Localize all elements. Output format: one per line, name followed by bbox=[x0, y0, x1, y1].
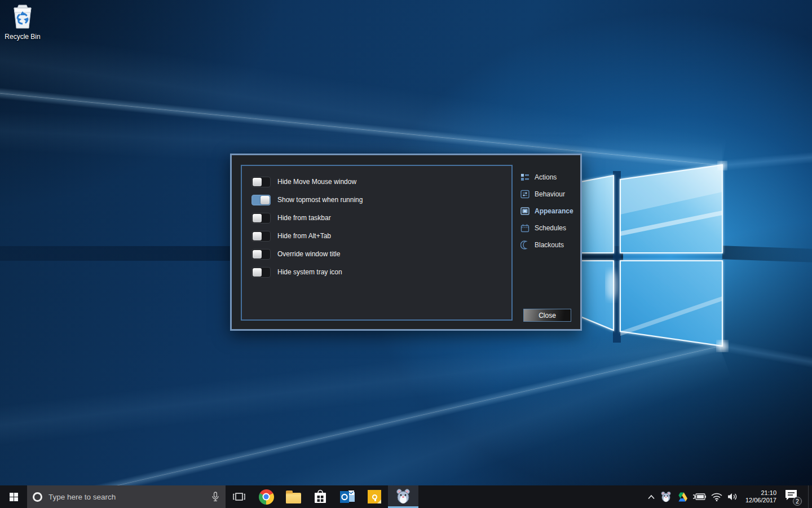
hide-taskbar-toggle[interactable] bbox=[251, 213, 271, 224]
close-button[interactable]: Close bbox=[523, 309, 571, 322]
recycle-bin-icon bbox=[11, 3, 34, 29]
move-mouse-settings-window: Hide Move Mouse window Show topmost when… bbox=[230, 154, 582, 331]
nav-item-schedules[interactable]: Schedules bbox=[520, 220, 579, 237]
move-mouse-icon bbox=[395, 488, 411, 504]
wifi-icon[interactable] bbox=[711, 493, 722, 501]
nav-item-appearance[interactable]: Appearance bbox=[520, 203, 579, 220]
nav-label: Appearance bbox=[535, 207, 573, 215]
show-desktop-button[interactable] bbox=[808, 485, 809, 508]
task-view-icon bbox=[233, 492, 245, 502]
lightbulb-glyph bbox=[372, 494, 377, 500]
show-topmost-toggle[interactable] bbox=[251, 195, 271, 205]
recycle-bin-shortcut[interactable]: Recycle Bin bbox=[5, 3, 41, 41]
battery-charging-icon[interactable] bbox=[692, 493, 706, 501]
recycle-bin-label: Recycle Bin bbox=[5, 33, 41, 41]
google-keep-icon bbox=[368, 490, 381, 503]
toggle-label: Hide from taskbar bbox=[277, 214, 331, 222]
nav-label: Schedules bbox=[535, 224, 566, 232]
nav-label: Blackouts bbox=[535, 241, 564, 249]
nav-label: Actions bbox=[535, 173, 557, 181]
chevron-up-icon[interactable] bbox=[647, 494, 655, 500]
task-view-button[interactable] bbox=[226, 485, 253, 508]
clock-date: 12/06/2017 bbox=[745, 497, 776, 504]
toggle-row: Show topmost when running bbox=[242, 191, 511, 209]
volume-icon[interactable] bbox=[727, 492, 738, 501]
nav-item-blackouts[interactable]: Blackouts bbox=[520, 237, 579, 253]
taskbar-clock[interactable]: 21:10 12/06/2017 bbox=[745, 489, 776, 504]
appearance-options-group: Hide Move Mouse window Show topmost when… bbox=[241, 165, 513, 321]
taskbar-app-microsoft-store[interactable] bbox=[307, 485, 334, 508]
windows-logo-glow bbox=[564, 161, 733, 353]
microsoft-store-icon bbox=[314, 489, 327, 504]
calendar-icon bbox=[520, 224, 529, 233]
search-input[interactable] bbox=[48, 493, 211, 501]
notification-badge: 2 bbox=[793, 497, 802, 506]
toggle-knob bbox=[261, 196, 270, 204]
toggle-row: Hide from Alt+Tab bbox=[242, 227, 511, 245]
toggle-row: Hide Move Mouse window bbox=[242, 173, 511, 191]
toggle-knob bbox=[253, 214, 262, 222]
action-center-button[interactable]: 2 bbox=[784, 488, 801, 505]
taskbar-app-file-explorer[interactable] bbox=[280, 485, 307, 508]
picture-icon bbox=[520, 207, 529, 216]
taskbar: 21:10 12/06/2017 2 bbox=[0, 485, 812, 508]
hide-alttab-toggle[interactable] bbox=[251, 231, 271, 242]
chrome-icon bbox=[259, 489, 274, 505]
nav-label: Behaviour bbox=[535, 190, 565, 198]
nav-item-behaviour[interactable]: Behaviour bbox=[520, 186, 579, 203]
toggle-row: Hide from taskbar bbox=[242, 209, 511, 227]
toggle-knob bbox=[253, 250, 262, 259]
microphone-icon[interactable] bbox=[211, 492, 220, 502]
settings-nav: Actions Behaviour Appearance bbox=[520, 169, 579, 253]
system-tray: 21:10 12/06/2017 2 bbox=[647, 485, 812, 508]
toggle-knob bbox=[253, 178, 262, 186]
toggle-label: Show topmost when running bbox=[277, 196, 363, 204]
toggle-row: Hide system tray icon bbox=[242, 263, 511, 281]
toggle-knob bbox=[253, 268, 262, 277]
move-mouse-tray-icon[interactable] bbox=[660, 491, 672, 502]
toggle-label: Hide from Alt+Tab bbox=[277, 232, 331, 240]
taskbar-app-outlook[interactable] bbox=[334, 485, 361, 508]
taskbar-app-google-keep[interactable] bbox=[361, 485, 388, 508]
taskbar-search[interactable] bbox=[27, 485, 226, 508]
google-drive-icon[interactable] bbox=[677, 492, 687, 502]
desktop: Recycle Bin Hide Move Mouse window Show … bbox=[0, 0, 812, 508]
sliders-icon bbox=[520, 190, 529, 199]
moon-icon bbox=[520, 240, 529, 249]
toggle-label: Hide system tray icon bbox=[277, 268, 342, 276]
toggle-label: Hide Move Mouse window bbox=[277, 178, 356, 186]
actions-tiles-icon bbox=[520, 173, 529, 182]
override-title-toggle[interactable] bbox=[251, 249, 271, 260]
hide-tray-icon-toggle[interactable] bbox=[251, 267, 271, 278]
toggle-label: Override window title bbox=[277, 250, 340, 258]
windows-start-icon bbox=[10, 493, 18, 501]
start-button[interactable] bbox=[0, 485, 27, 508]
toggle-row: Override window title bbox=[242, 245, 511, 263]
outlook-icon bbox=[340, 490, 355, 504]
cortana-icon bbox=[33, 492, 42, 502]
taskbar-app-move-mouse[interactable] bbox=[388, 485, 418, 508]
toggle-knob bbox=[253, 232, 262, 240]
file-explorer-icon bbox=[286, 493, 301, 503]
taskbar-app-chrome[interactable] bbox=[253, 485, 280, 508]
hide-window-toggle[interactable] bbox=[251, 177, 271, 187]
clock-time: 21:10 bbox=[745, 489, 776, 497]
nav-item-actions[interactable]: Actions bbox=[520, 169, 579, 186]
